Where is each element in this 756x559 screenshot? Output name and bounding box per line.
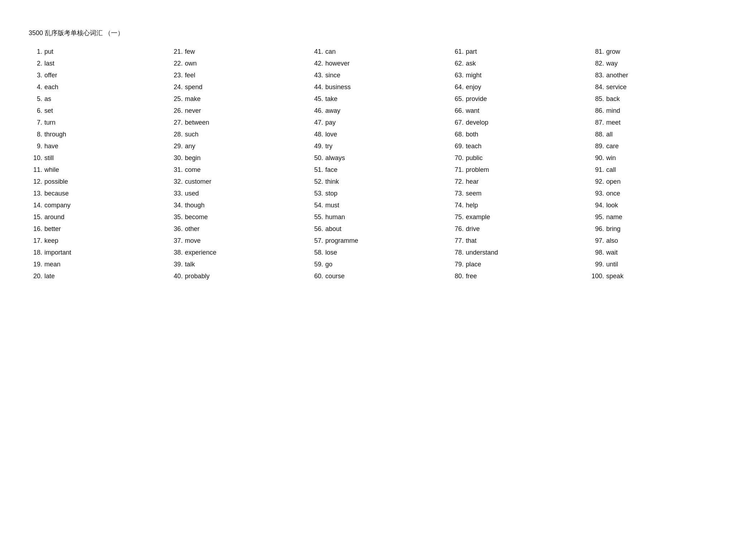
word-text: feel (185, 72, 195, 79)
word-number: 57. (310, 237, 323, 245)
list-item: 1.put (29, 48, 165, 56)
word-number: 47. (310, 119, 323, 126)
list-item: 42.however (310, 60, 446, 67)
word-number: 6. (29, 107, 42, 115)
word-text: all (606, 131, 613, 138)
word-number: 1. (29, 48, 42, 56)
word-number: 10. (29, 154, 42, 162)
word-text: another (606, 72, 628, 79)
word-text: try (325, 143, 333, 150)
word-text: ask (466, 60, 476, 67)
word-number: 49. (310, 143, 323, 150)
word-text: until (606, 261, 618, 268)
word-text: hear (466, 178, 479, 185)
word-number: 37. (169, 237, 183, 245)
word-number: 30. (169, 154, 183, 162)
word-text: provide (466, 95, 487, 103)
word-text: never (185, 107, 201, 115)
word-number: 61. (450, 48, 464, 56)
word-number: 89. (591, 143, 604, 150)
word-text: late (44, 273, 55, 280)
list-item: 61.part (450, 48, 587, 56)
word-number: 12. (29, 178, 42, 185)
word-number: 82. (591, 60, 604, 67)
word-text: open (606, 178, 621, 185)
list-item: 32.customer (169, 178, 306, 185)
list-item: 2.last (29, 60, 165, 67)
list-item: 12.possible (29, 178, 165, 185)
list-item: 48.love (310, 131, 446, 138)
word-text: face (325, 166, 338, 174)
word-text: spend (185, 83, 202, 91)
word-number: 9. (29, 143, 42, 150)
word-text: begin (185, 154, 200, 162)
word-text: used (185, 190, 199, 197)
word-number: 7. (29, 119, 42, 126)
word-text: while (44, 166, 59, 174)
list-item: 80.free (450, 273, 587, 280)
list-item: 69.teach (450, 143, 587, 150)
word-text: as (44, 95, 51, 103)
word-number: 32. (169, 178, 183, 185)
word-text: drive (466, 225, 480, 233)
word-number: 70. (450, 154, 464, 162)
word-number: 23. (169, 72, 183, 79)
word-text: care (606, 143, 619, 150)
list-item: 17.keep (29, 237, 165, 245)
word-text: take (325, 95, 338, 103)
list-item: 99.until (591, 261, 727, 268)
list-item: 46.away (310, 107, 446, 115)
list-item: 60.course (310, 273, 446, 280)
list-item: 76.drive (450, 225, 587, 233)
list-item: 18.important (29, 249, 165, 256)
word-text: enjoy (466, 83, 481, 91)
word-number: 75. (450, 213, 464, 221)
word-text: problem (466, 166, 489, 174)
word-number: 73. (450, 190, 464, 197)
list-item: 16.better (29, 225, 165, 233)
word-number: 28. (169, 131, 183, 138)
list-item: 20.late (29, 273, 165, 280)
word-number: 100. (591, 273, 604, 280)
word-text: lose (325, 249, 337, 256)
word-text: come (185, 166, 200, 174)
list-item: 38.experience (169, 249, 306, 256)
word-number: 66. (450, 107, 464, 115)
list-item: 33.used (169, 190, 306, 197)
list-item: 10.still (29, 154, 165, 162)
word-text: go (325, 261, 333, 268)
word-text: think (325, 178, 339, 185)
word-text: customer (185, 178, 211, 185)
word-text: speak (606, 273, 624, 280)
word-text: free (466, 273, 477, 280)
list-item: 79.place (450, 261, 587, 268)
word-number: 63. (450, 72, 464, 79)
word-text: that (466, 237, 476, 245)
list-item: 59.go (310, 261, 446, 268)
word-number: 52. (310, 178, 323, 185)
word-text: love (325, 131, 337, 138)
list-item: 85.back (591, 95, 727, 103)
list-item: 35.become (169, 213, 306, 221)
list-item: 6.set (29, 107, 165, 115)
word-number: 46. (310, 107, 323, 115)
word-text: though (185, 202, 204, 209)
word-text: help (466, 202, 478, 209)
word-text: become (185, 213, 208, 221)
list-item: 39.talk (169, 261, 306, 268)
word-number: 60. (310, 273, 323, 280)
word-number: 2. (29, 60, 42, 67)
word-text: own (185, 60, 197, 67)
list-item: 34.though (169, 202, 306, 209)
word-text: possible (44, 178, 68, 185)
word-number: 97. (591, 237, 604, 245)
word-number: 13. (29, 190, 42, 197)
list-item: 91.call (591, 166, 727, 174)
word-text: any (185, 143, 195, 150)
word-text: course (325, 273, 345, 280)
list-item: 87.meet (591, 119, 727, 126)
word-number: 85. (591, 95, 604, 103)
list-item: 97.also (591, 237, 727, 245)
word-number: 99. (591, 261, 604, 268)
word-text: once (606, 190, 620, 197)
